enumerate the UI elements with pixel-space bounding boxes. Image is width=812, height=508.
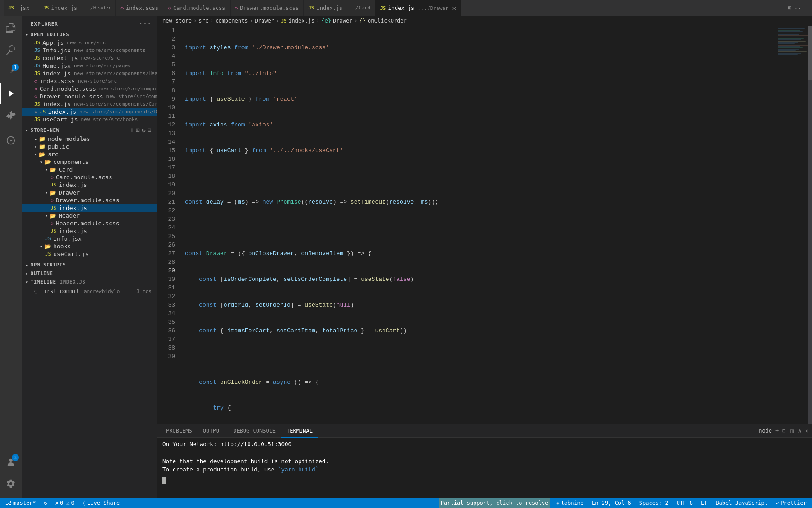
minimap-scrollbar[interactable] <box>808 26 812 424</box>
minimap-slider[interactable] <box>808 26 812 80</box>
open-editor-index-header[interactable]: JS index.js new-store/src/components/Hea… <box>22 70 157 77</box>
line-col-label: Ln 29, Col 6 <box>592 500 631 506</box>
activity-extensions[interactable] <box>0 104 22 126</box>
tree-public[interactable]: 📁 public <box>22 143 157 150</box>
breadcrumb: new-store › src › components › Drawer › … <box>157 16 812 26</box>
tree-header-module-scss[interactable]: ◇ Header.module.scss <box>22 219 157 227</box>
chevron-up-icon[interactable]: ∧ <box>798 428 802 434</box>
tab-problems[interactable]: PROBLEMS <box>161 424 198 438</box>
tab-close-icon[interactable]: ✕ <box>452 5 456 12</box>
code-line-6 <box>185 172 770 181</box>
trash-icon[interactable]: 🗑 <box>789 428 795 434</box>
status-line-col[interactable]: Ln 29, Col 6 <box>590 498 633 508</box>
open-editor-index-drawer-active[interactable]: ✕ JS index.js new-store/src/components/D… <box>22 108 157 116</box>
activity-settings[interactable] <box>0 473 22 494</box>
more-actions-icon[interactable]: ··· <box>794 5 805 11</box>
tab-output[interactable]: OUTPUT <box>198 424 228 438</box>
tabnine-icon: ◈ <box>556 500 559 506</box>
open-editor-home[interactable]: JS Home.jsx new-store/src/pages <box>22 62 157 70</box>
outline-chevron <box>25 271 28 276</box>
tree-card[interactable]: 📂 Card <box>22 166 157 173</box>
status-encoding[interactable]: UTF-8 <box>675 498 695 508</box>
sidebar-content[interactable]: OPEN EDITORS JS App.js new-store/src JS … <box>22 30 157 498</box>
status-live-share[interactable]: ⟨ Live Share <box>81 498 121 508</box>
code-editor[interactable]: 123 456 789 101112 131415 161718 192021 … <box>157 26 776 424</box>
tree-usecart[interactable]: JS useCart.js <box>22 250 157 258</box>
tree-card-module-scss[interactable]: ◇ Card.module.scss <box>22 173 157 181</box>
js-file-icon: JS <box>40 109 46 115</box>
activity-explorer[interactable] <box>0 18 22 39</box>
tree-src[interactable]: 📂 src <box>22 150 157 158</box>
status-git-branch[interactable]: ⎇ master* <box>4 498 38 508</box>
code-line-2: import Info from "../Info" <box>185 69 770 78</box>
tab-index-header[interactable]: JS index.js .../Header <box>38 0 116 16</box>
tree-info-jsx[interactable]: JS Info.jsx <box>22 235 157 242</box>
js-file-icon: JS <box>51 182 56 188</box>
open-editor-card-module[interactable]: ◇ Card.module.scss new-store/src/compo..… <box>22 85 157 93</box>
activity-remote[interactable] <box>0 130 22 151</box>
tab-drawer-module[interactable]: ◇ Drawer.module.scss <box>231 0 304 16</box>
tree-header[interactable]: 📂 Header <box>22 212 157 219</box>
status-spaces[interactable]: Spaces: 2 <box>637 498 670 508</box>
activity-run[interactable] <box>0 83 22 104</box>
tree-card-index[interactable]: JS index.js <box>22 181 157 189</box>
status-errors-warnings[interactable]: ✗ 0 ⚠ 0 <box>54 498 76 508</box>
tab-index-scss[interactable]: ◇ index.scss <box>116 0 163 16</box>
js-file-icon: JS <box>51 205 56 211</box>
more-icon[interactable]: ··· <box>139 20 152 28</box>
activity-source-control[interactable]: 1 <box>0 61 22 83</box>
code-line-13 <box>185 352 770 361</box>
open-editor-info[interactable]: JS Info.jsx new-store/src/components <box>22 47 157 54</box>
tab-index-drawer[interactable]: JS index.js .../Drawer ✕ <box>375 0 461 16</box>
open-editor-index-card[interactable]: JS index.js new-store/src/components/Car… <box>22 100 157 108</box>
tree-drawer[interactable]: 📂 Drawer <box>22 189 157 196</box>
outline-section[interactable]: OUTLINE <box>22 269 157 278</box>
open-editor-drawer-module[interactable]: ◇ Drawer.module.scss new-store/src/com..… <box>22 93 157 100</box>
activity-search[interactable] <box>0 39 22 61</box>
split-editor-icon[interactable]: ⊞ <box>788 5 792 11</box>
tree-node-modules[interactable]: 📁 node_modules <box>22 135 157 143</box>
status-formatter[interactable]: ✓ Prettier <box>774 498 808 508</box>
tab-card-module[interactable]: ◇ Card.module.scss <box>163 0 230 16</box>
open-editors-section[interactable]: OPEN EDITORS <box>22 30 157 39</box>
new-folder-icon[interactable]: ⊞ <box>136 126 140 134</box>
open-editor-app[interactable]: JS App.js new-store/src <box>22 39 157 47</box>
collapse-icon[interactable]: ⊟ <box>148 126 152 134</box>
tree-drawer-module-scss[interactable]: ◇ Drawer.module.scss <box>22 196 157 204</box>
store-new-label: STORE-NEW <box>31 127 60 133</box>
refresh-icon[interactable]: ↻ <box>142 126 146 134</box>
timeline-entry-first[interactable]: ◌ first commit andrewbidylo 3 mos <box>22 287 157 295</box>
npm-scripts-section[interactable]: NPM SCRIPTS <box>22 261 157 269</box>
open-editor-context[interactable]: JS context.js new-store/src <box>22 54 157 62</box>
status-line-ending[interactable]: LF <box>699 498 709 508</box>
timeline-section[interactable]: TIMELINE index.js <box>22 278 157 286</box>
new-file-icon[interactable]: + <box>130 126 134 134</box>
open-editor-usecart[interactable]: JS useCart.js new-store/src/hooks <box>22 116 157 123</box>
store-new-section[interactable]: STORE-NEW + ⊞ ↻ ⊟ <box>22 125 157 135</box>
tree-drawer-index-active[interactable]: JS index.js <box>22 204 157 212</box>
sidebar-title-actions: ··· <box>139 20 152 28</box>
tab-debug-console[interactable]: DEBUG CONSOLE <box>228 424 281 438</box>
tree-hooks[interactable]: 📂 hooks <box>22 242 157 250</box>
tree-header-index[interactable]: JS index.js <box>22 227 157 235</box>
add-terminal-icon[interactable]: + <box>775 428 779 434</box>
accounts-badge: 3 <box>12 454 19 461</box>
tree-components[interactable]: 📂 components <box>22 158 157 166</box>
tab-terminal[interactable]: TERMINAL <box>281 424 318 438</box>
status-partial-support[interactable]: Partial support, click to resolve <box>439 498 550 508</box>
terminal-content[interactable]: On Your Network: http://10.0.0.51:3000 N… <box>157 438 812 498</box>
status-sync[interactable]: ↻ <box>42 498 49 508</box>
tab-index-card[interactable]: JS index.js .../Card <box>304 0 375 16</box>
split-terminal-icon[interactable]: ⊞ <box>782 428 785 434</box>
close-panel-icon[interactable]: ✕ <box>805 428 808 434</box>
open-editor-index-scss[interactable]: ◇ index.scss new-store/src <box>22 77 157 85</box>
sync-icon: ↻ <box>44 500 47 506</box>
js-icon: JS <box>380 5 386 11</box>
code-line-3: import { useState } from 'react' <box>185 95 770 103</box>
code-content[interactable]: import styles from './Drawer.module.scss… <box>180 26 776 424</box>
tab-jsx[interactable]: JS .jsx <box>4 0 38 16</box>
status-tabnine[interactable]: ◈ tabnine <box>554 498 586 508</box>
status-language[interactable]: Babel JavaScript <box>714 498 770 508</box>
close-file-icon[interactable]: ✕ <box>34 109 37 115</box>
activity-accounts[interactable]: 3 <box>0 451 22 473</box>
